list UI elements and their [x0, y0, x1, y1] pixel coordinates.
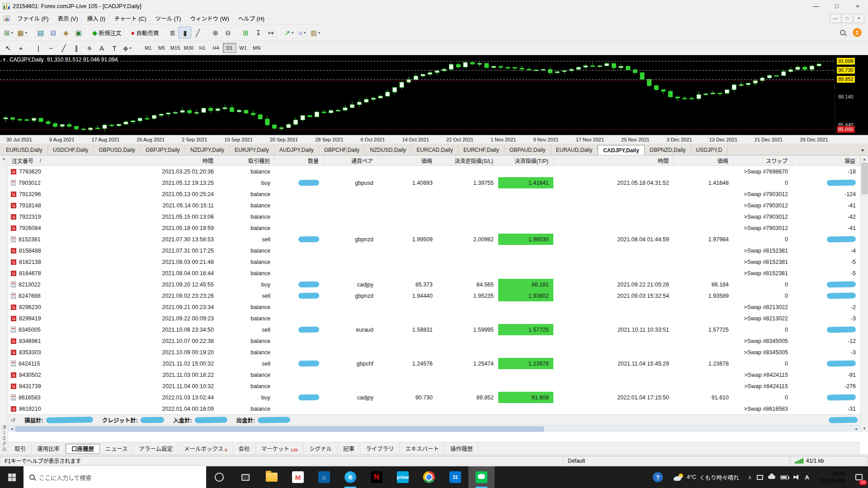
- table-row[interactable]: 82476882021.09.02 23:23:26sellgbpnzd1.94…: [8, 290, 860, 301]
- table-row[interactable]: ↘81621382021.08.03 00:21:48balance>Swap …: [8, 256, 860, 267]
- indicators-button[interactable]: ↗▾: [282, 27, 296, 38]
- menu-item[interactable]: チャート (C): [110, 12, 151, 24]
- ime-indicator[interactable]: A: [805, 474, 809, 481]
- calendar-icon[interactable]: 31: [442, 466, 468, 488]
- chart-tab-gbpaud[interactable]: GBPAUD,Daily: [505, 145, 551, 155]
- navigator-button[interactable]: ◈: [60, 27, 72, 38]
- cursor-button[interactable]: ↖: [2, 42, 14, 54]
- column-header-profit[interactable]: 損益: [793, 155, 860, 165]
- table-row[interactable]: 84241152021.11.02 15:00:32sellgbpchf1.24…: [8, 358, 860, 369]
- terminal-tab-experts[interactable]: エキスパート: [400, 444, 445, 454]
- timeframe-w1[interactable]: W1: [236, 43, 250, 53]
- hidden-icons-chevron-icon[interactable]: ∧: [748, 474, 751, 480]
- timeframe-m30[interactable]: M30: [182, 43, 196, 53]
- taskbar-search-input[interactable]: ここに入力して検索: [24, 466, 206, 488]
- table-row[interactable]: 82130222021.09.20 12:45:55buycadjpy85.37…: [8, 279, 860, 290]
- table-row[interactable]: ↘83533032021.10.09 00:19:20balance>Swap …: [8, 347, 860, 358]
- minimize-button[interactable]: —: [806, 0, 826, 12]
- table-row[interactable]: ↘79223192021.05.15 00:13:06balance>Swap …: [8, 211, 860, 222]
- timeframe-mn[interactable]: MN: [250, 43, 264, 53]
- column-header-open_price[interactable]: 価格: [378, 155, 437, 165]
- time-axis[interactable]: 30 Jul 20219 Aug 202117 Aug 202125 Aug 2…: [0, 135, 868, 144]
- edge-icon[interactable]: e: [337, 466, 363, 488]
- toolbar-search-button[interactable]: [836, 27, 849, 38]
- chart-tab-gbpjpy[interactable]: GBPJPY,Daily: [141, 145, 185, 155]
- community-button[interactable]: 1: [853, 28, 862, 37]
- prime-video-icon[interactable]: prime: [390, 466, 416, 488]
- chart-tab-gbpnzd[interactable]: GBPNZD,Daily: [645, 145, 691, 155]
- menu-item[interactable]: 表示 (V): [53, 12, 82, 24]
- chart-tab-eurchf[interactable]: EURCHF,Daily: [458, 145, 505, 155]
- terminal-tab-history[interactable]: 口座履歴: [66, 444, 100, 454]
- new-order-button[interactable]: ◆新規注文: [90, 27, 124, 38]
- scroll-left-icon[interactable]: ◄: [8, 427, 15, 431]
- menu-item[interactable]: ウィンドウ (W): [186, 12, 234, 24]
- taskbar-clock[interactable]: 18:43 2022/01/05: [814, 470, 850, 484]
- price-axis[interactable]: 91.60890.73089.85288.14085.44085.000: [835, 55, 868, 135]
- tile-windows-button[interactable]: ⊞: [239, 27, 252, 38]
- table-row[interactable]: 83450052021.10.06 23:34:50selleuraud1.58…: [8, 324, 860, 335]
- table-row[interactable]: ↘81584882021.07.31 00:17:25balance>Swap …: [8, 245, 860, 256]
- netflix-icon[interactable]: N: [363, 466, 390, 488]
- chart-tab-usdchf[interactable]: USDCHF,Daily: [48, 145, 94, 155]
- table-row[interactable]: 86165832022.01.03 13:02:44buycadjpy90.73…: [8, 392, 860, 403]
- chart-shift-button[interactable]: ↦: [264, 27, 277, 38]
- terminal-tab-market[interactable]: マーケット136: [256, 444, 304, 454]
- terminal-tab-news[interactable]: ニュース: [100, 444, 133, 454]
- terminal-tab-ratio[interactable]: 運用比率: [32, 444, 66, 454]
- table-row[interactable]: ↘83469612021.10.07 00:22:38balance>Swap …: [8, 335, 860, 347]
- scroll-down-icon[interactable]: ▼: [863, 425, 866, 432]
- mdi-restore-button[interactable]: □: [842, 14, 853, 23]
- chart-plot-area[interactable]: ▼ CADJPY,Daily 91.310 91.512 91.046 91.0…: [0, 55, 835, 135]
- table-row[interactable]: ↘84317392021.11.04 00:10:32balance>Swap …: [8, 380, 860, 392]
- oneclick-toggle-icon[interactable]: ▼: [2, 57, 6, 62]
- column-header-volume[interactable]: 数量: [275, 155, 324, 165]
- chart-tab-euraud[interactable]: EURAUD,Daily: [551, 145, 598, 155]
- column-header-open_time[interactable]: 時間: [99, 155, 218, 165]
- task-view-icon[interactable]: [232, 466, 259, 488]
- terminal-close-button[interactable]: ×: [2, 157, 5, 162]
- market-watch-button[interactable]: ▤: [34, 27, 47, 38]
- terminal-tab-alerts[interactable]: アラーム設定: [133, 444, 179, 454]
- chart-bars-button[interactable]: ≣: [166, 27, 179, 38]
- timeframe-d1[interactable]: D1: [223, 43, 236, 53]
- table-row[interactable]: ↘82994192021.09.22 00:09:23balance>Swap …: [8, 313, 860, 324]
- chart-tab-gbpchf[interactable]: GBPCHF,Daily: [319, 145, 365, 155]
- column-header-sl[interactable]: 決済逆指値(S/L): [437, 155, 498, 165]
- table-row[interactable]: ↘79132962021.05.13 00:25:24balance>Swap …: [8, 188, 860, 200]
- action-center-button[interactable]: 19: [850, 466, 868, 488]
- timeframe-h4[interactable]: H4: [209, 43, 223, 53]
- line-icon[interactable]: [468, 466, 495, 488]
- column-header-swap[interactable]: スワップ: [733, 155, 793, 165]
- scroll-up-icon[interactable]: ▲: [863, 155, 866, 163]
- terminal-tab-articles[interactable]: 記事: [338, 444, 360, 454]
- chart-tab-eurcad[interactable]: EURCAD,Daily: [411, 145, 458, 155]
- chart-tab-audjpy[interactable]: AUDJPY,Daily: [274, 145, 319, 155]
- auto-scroll-button[interactable]: ↧: [252, 27, 264, 38]
- terminal-tab-mailbox[interactable]: メールボックス6: [179, 444, 233, 454]
- terminal-tab-signals[interactable]: シグナル: [304, 444, 338, 454]
- table-row[interactable]: ↘84305022021.11.03 00:18:22balance>Swap …: [8, 369, 860, 380]
- menu-item[interactable]: 挿入 (I): [83, 12, 110, 24]
- mdi-minimize-button[interactable]: —: [830, 14, 841, 23]
- horizontal-scrollbar[interactable]: ◄ ►: [8, 425, 860, 432]
- table-row[interactable]: 81523812021.07.30 13:58:53sellgbpnzd1.99…: [8, 234, 860, 245]
- trendline-button[interactable]: ╱: [57, 42, 70, 54]
- chart-tab-nzdjpy[interactable]: NZDJPY,Daily: [185, 145, 230, 155]
- horizontal-scroll-thumb[interactable]: [15, 427, 544, 432]
- terminal-button[interactable]: ▣: [72, 27, 85, 38]
- column-header-symbol[interactable]: 通貨ペア: [324, 155, 378, 165]
- chart-tab-eurjpy[interactable]: EURJPY,Daily: [230, 145, 274, 155]
- crosshair-button[interactable]: +: [14, 42, 27, 54]
- text-button[interactable]: A: [95, 42, 108, 54]
- column-header-tp[interactable]: 決済指値(T/P): [498, 155, 553, 165]
- chrome-icon[interactable]: [416, 466, 442, 488]
- maximize-button[interactable]: □: [826, 0, 847, 12]
- table-row[interactable]: ↘82962302021.09.21 00:23:34balance>Swap …: [8, 301, 860, 313]
- start-button[interactable]: [0, 466, 24, 488]
- profiles-button[interactable]: ▦▾: [15, 27, 29, 38]
- chart-candles-button[interactable]: ▮: [179, 27, 191, 38]
- periods-button[interactable]: ○▾: [296, 27, 308, 38]
- label-button[interactable]: T: [108, 42, 121, 54]
- auto-trading-button[interactable]: ●自動売買: [128, 27, 161, 38]
